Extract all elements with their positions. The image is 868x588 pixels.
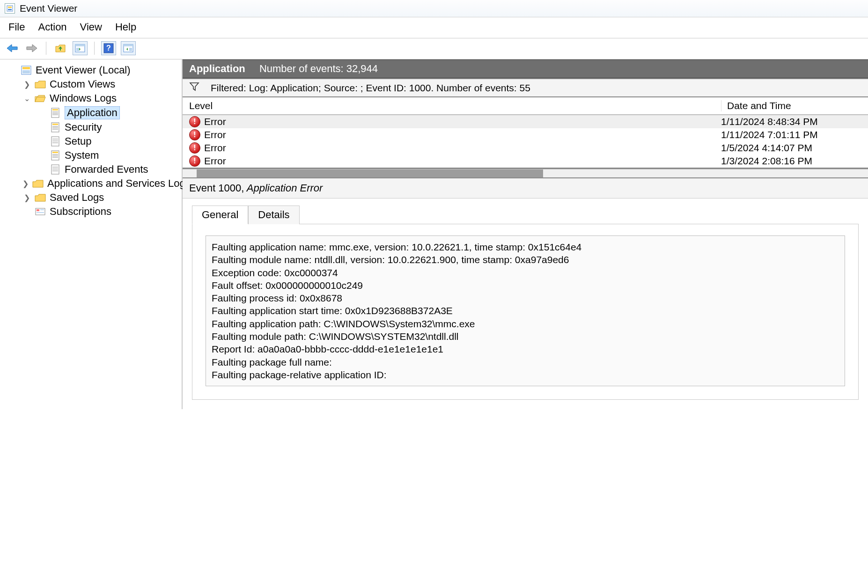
detail-line: Faulting package full name: [212,356,839,368]
folder-icon [35,192,46,203]
error-icon: ! [189,116,200,127]
svg-rect-0 [7,6,13,11]
detail-line: Faulting module path: C:\WINDOWS\SYSTEM3… [212,330,839,343]
tree-system-label: System [65,149,99,162]
tree-root-label: Event Viewer (Local) [36,64,131,76]
collapse-icon[interactable]: ⌄ [22,94,31,103]
expand-icon[interactable]: ❯ [22,80,31,89]
tree-custom-views-label: Custom Views [50,78,115,90]
log-count: Number of events: 32,944 [259,63,378,74]
error-icon: ! [189,155,200,167]
tab-panel-general: Faulting application name: mmc.exe, vers… [192,224,859,400]
event-level: Error [204,155,226,167]
tree-apps-services-label: Applications and Services Logs [47,177,191,190]
back-button[interactable] [5,41,20,55]
app-icon [5,3,15,14]
event-viewer-icon [21,65,32,75]
event-level: Error [204,142,226,154]
subscriptions-icon [35,206,46,217]
log-icon [50,164,61,175]
tree-security[interactable]: Security [0,120,182,134]
filter-text: Filtered: Log: Application; Source: ; Ev… [211,82,530,94]
event-row[interactable]: !Error1/3/2024 2:08:16 PM [183,154,868,168]
event-date: 1/11/2024 7:01:11 PM [721,129,861,140]
expand-icon[interactable]: ❯ [22,179,29,188]
horizontal-scrollbar[interactable] [183,169,868,177]
up-folder-button[interactable] [53,41,68,55]
event-row[interactable]: !Error1/5/2024 4:14:07 PM [183,141,868,154]
detail-line: Faulting application start time: 0x0x1D9… [212,304,839,317]
event-level: Error [204,129,226,140]
event-date: 1/3/2024 2:08:16 PM [721,155,861,167]
tree-windows-logs-label: Windows Logs [50,92,117,104]
tab-details[interactable]: Details [248,206,299,224]
svg-rect-20 [52,124,58,125]
svg-rect-24 [51,137,59,146]
event-grid-header: Level Date and Time [183,97,868,115]
tree-saved-logs-label: Saved Logs [50,191,104,204]
filter-bar: Filtered: Log: Application; Source: ; Ev… [183,78,868,97]
folder-icon [35,79,46,89]
scrollbar-thumb[interactable] [197,169,543,177]
detail-line: Faulting application name: mmc.exe, vers… [212,241,839,253]
log-icon [50,108,61,118]
show-hide-tree-button[interactable] [73,41,88,55]
detail-line: Report Id: a0a0a0a0-bbbb-cccc-dddd-e1e1e… [212,343,839,355]
event-row[interactable]: !Error1/11/2024 8:48:34 PM [183,115,868,128]
tree-custom-views[interactable]: ❯ Custom Views [0,77,182,91]
show-hide-action-pane-button[interactable] [121,41,136,55]
tree-setup[interactable]: Setup [0,134,182,148]
event-date: 1/11/2024 8:48:34 PM [721,116,861,127]
tab-general[interactable]: General [192,206,248,224]
menu-action[interactable]: Action [38,21,66,33]
toolbar-divider-2 [94,42,95,55]
svg-rect-33 [51,165,59,174]
svg-rect-10 [129,48,132,51]
tree-forwarded-label: Forwarded Events [65,163,148,176]
svg-rect-29 [52,152,58,153]
event-level: Error [204,116,226,127]
forward-button[interactable] [24,41,39,55]
error-icon: ! [189,142,200,154]
svg-rect-12 [22,67,30,69]
log-icon [50,136,61,147]
event-row[interactable]: !Error1/11/2024 7:01:11 PM [183,128,868,141]
help-button[interactable]: ? [101,41,116,55]
menu-view[interactable]: View [80,21,102,33]
error-icon: ! [189,129,200,140]
toolbar-divider [46,42,46,55]
detail-title: Event 1000, Application Error [183,177,868,198]
tree-apps-services[interactable]: ❯ Applications and Services Logs [0,176,182,191]
tree-application[interactable]: Application [0,105,182,120]
event-grid-body: !Error1/11/2024 8:48:34 PM!Error1/11/202… [183,115,868,169]
svg-rect-39 [40,209,44,210]
toolbar: ? [0,38,868,59]
detail-line: Exception code: 0xc0000374 [212,266,839,279]
expand-icon[interactable]: ❯ [22,193,31,202]
svg-rect-13 [22,70,30,74]
col-level[interactable]: Level [189,100,721,111]
tree-saved-logs[interactable]: ❯ Saved Logs [0,191,182,205]
tree-subscriptions[interactable]: Subscriptions [0,205,182,219]
menubar: File Action View Help [0,17,868,38]
tree-root[interactable]: Event Viewer (Local) [0,63,182,77]
log-name: Application [189,63,245,74]
svg-rect-15 [52,109,58,110]
detail-tabs: General Details [183,198,868,224]
tree-setup-label: Setup [65,135,92,147]
folder-open-icon [35,93,46,103]
event-detail-text: Faulting application name: mmc.exe, vers… [206,235,845,386]
menu-file[interactable]: File [8,21,25,33]
nav-tree: Event Viewer (Local) ❯ Custom Views ⌄ Wi… [0,59,183,409]
menu-help[interactable]: Help [115,21,136,33]
svg-rect-5 [76,48,79,51]
col-date[interactable]: Date and Time [721,100,861,111]
tree-forwarded[interactable]: Forwarded Events [0,162,182,176]
window-title: Event Viewer [20,3,77,14]
tree-windows-logs[interactable]: ⌄ Windows Logs [0,91,182,105]
svg-rect-9 [124,44,133,46]
tree-subscriptions-label: Subscriptions [50,206,111,218]
detail-event-id: Event 1000, [189,182,244,194]
log-icon [50,122,61,132]
tree-system[interactable]: System [0,148,182,162]
